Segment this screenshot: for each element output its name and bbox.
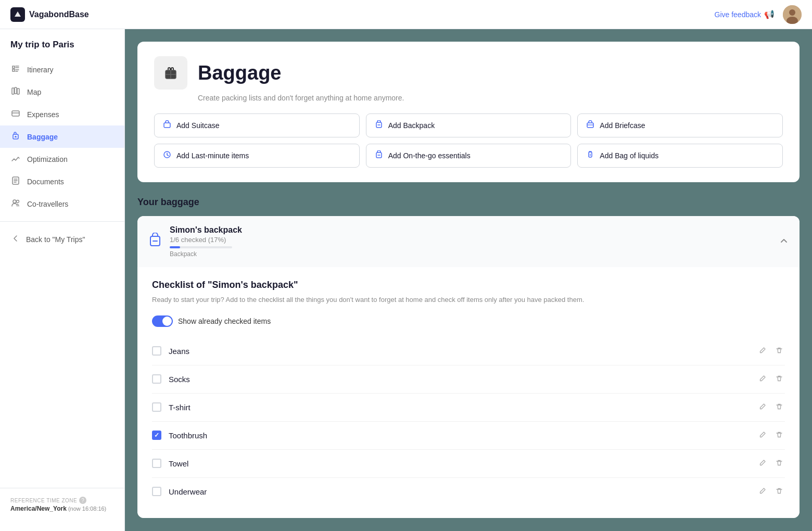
sidebar-baggage-label: Baggage — [27, 133, 58, 141]
topnav-right: Give feedback 📢 — [715, 5, 802, 24]
tz-value: America/New_York (now 16:08:16) — [10, 505, 114, 512]
delete-towel-button[interactable] — [773, 457, 785, 470]
checklist-title: Checklist of "Simon's backpack" — [152, 280, 785, 290]
sidebar: My trip to Paris Itinerary Map — [0, 29, 125, 531]
add-on-the-go-button[interactable]: Add On-the-go essentials — [366, 144, 572, 168]
checklist-item: Toothbrush — [152, 422, 785, 450]
delete-underwear-button[interactable] — [773, 485, 785, 498]
delete-socks-button[interactable] — [773, 373, 785, 386]
sidebar-nav: Itinerary Map Expenses Bag — [0, 58, 124, 488]
liquids-btn-icon — [586, 150, 594, 161]
trash-icon — [776, 375, 783, 382]
checkbox-jeans[interactable] — [152, 346, 161, 356]
edit-socks-button[interactable] — [757, 373, 768, 386]
give-feedback-button[interactable]: Give feedback 📢 — [715, 9, 775, 19]
checkbox-toothbrush[interactable] — [152, 431, 161, 440]
expenses-icon — [10, 109, 21, 120]
delete-toothbrush-button[interactable] — [773, 429, 785, 442]
sidebar-map-label: Map — [27, 88, 41, 96]
show-checked-toggle[interactable] — [152, 315, 173, 327]
trash-icon — [776, 431, 783, 438]
suitcase-icon — [161, 64, 180, 82]
add-bag-of-liquids-button[interactable]: Add Bag of liquids — [577, 144, 783, 168]
svg-point-10 — [17, 200, 19, 203]
add-bag-buttons: Add Suitcase Add Backpack Add Briefcase — [154, 113, 783, 168]
briefcase-btn-icon — [586, 120, 594, 131]
map-icon — [10, 86, 21, 97]
item-actions — [757, 373, 785, 386]
sidebar-expenses-label: Expenses — [27, 110, 59, 119]
suitcase-btn-icon — [163, 120, 171, 131]
backpack-info: Simon's backpack 1/6 checked (17%) Backp… — [170, 225, 779, 258]
sidebar-item-baggage[interactable]: Baggage — [0, 125, 124, 148]
add-suitcase-button[interactable]: Add Suitcase — [154, 113, 360, 137]
edit-icon — [759, 431, 766, 438]
backpack-card: Simon's backpack 1/6 checked (17%) Backp… — [137, 216, 800, 518]
add-briefcase-button[interactable]: Add Briefcase — [577, 113, 783, 137]
item-label-jeans: Jeans — [169, 347, 757, 356]
checklist-description: Ready to start your trip? Add to the che… — [152, 295, 785, 305]
tz-label: REFERENCE TIME ZONE ? — [10, 497, 114, 504]
chevron-up-icon — [779, 235, 789, 248]
checkbox-tshirt[interactable] — [152, 402, 161, 412]
add-suitcase-label: Add Suitcase — [176, 121, 220, 130]
checklist-item: Underwear — [152, 478, 785, 505]
edit-toothbrush-button[interactable] — [757, 429, 768, 442]
item-label-underwear: Underwear — [169, 487, 757, 496]
backpack-progress-text: 1/6 checked (17%) — [170, 236, 779, 244]
checkbox-socks[interactable] — [152, 374, 161, 384]
back-label: Back to "My Trips" — [26, 235, 85, 244]
svg-rect-3 — [12, 88, 14, 94]
megaphone-icon: 📢 — [764, 9, 775, 19]
sidebar-back-button[interactable]: Back to "My Trips" — [0, 228, 124, 250]
tz-value-text: America/New_York — [10, 505, 67, 512]
feedback-label: Give feedback — [715, 10, 762, 19]
logo-svg — [14, 10, 22, 19]
delete-jeans-button[interactable] — [773, 345, 785, 358]
backpack-progress-bar — [170, 246, 232, 248]
sidebar-divider — [0, 221, 124, 222]
edit-icon — [759, 403, 766, 410]
baggage-title-row: Baggage — [154, 56, 783, 90]
your-baggage-title: Your baggage — [137, 197, 800, 208]
tz-time-text: (now 16:08:16) — [68, 505, 106, 512]
optimization-icon — [10, 154, 21, 165]
baggage-title: Baggage — [198, 62, 281, 84]
checkbox-towel[interactable] — [152, 459, 161, 468]
checklist-item: Socks — [152, 365, 785, 394]
sidebar-item-documents[interactable]: Documents — [0, 170, 124, 193]
checklist-item: Jeans — [152, 337, 785, 365]
edit-icon — [759, 459, 766, 466]
sidebar-item-expenses[interactable]: Expenses — [0, 103, 124, 125]
add-backpack-button[interactable]: Add Backpack — [366, 113, 572, 137]
trash-icon — [776, 459, 783, 466]
trip-title: My trip to Paris — [0, 40, 124, 58]
backpack-header[interactable]: Simon's backpack 1/6 checked (17%) Backp… — [137, 216, 800, 267]
delete-tshirt-button[interactable] — [773, 401, 785, 414]
avatar[interactable] — [783, 5, 802, 24]
item-label-tshirt: T-shirt — [169, 403, 757, 412]
edit-tshirt-button[interactable] — [757, 401, 768, 414]
sidebar-item-optimization[interactable]: Optimization — [0, 148, 124, 170]
checkbox-underwear[interactable] — [152, 487, 161, 496]
app-logo[interactable]: VagabondBase — [10, 7, 89, 22]
add-last-minute-button[interactable]: Add Last-minute items — [154, 144, 360, 168]
edit-icon — [759, 375, 766, 382]
item-actions — [757, 485, 785, 498]
item-label-towel: Towel — [169, 459, 757, 468]
checklist-items: JeansSocksT-shirtToothbrushTowelUnderwea… — [152, 337, 785, 505]
add-bag-of-liquids-label: Add Bag of liquids — [600, 151, 658, 160]
sidebar-item-itinerary[interactable]: Itinerary — [0, 58, 124, 81]
edit-jeans-button[interactable] — [757, 345, 768, 358]
sidebar-item-map[interactable]: Map — [0, 81, 124, 103]
trash-icon — [776, 403, 783, 410]
svg-rect-15 — [164, 123, 170, 128]
edit-underwear-button[interactable] — [757, 485, 768, 498]
item-label-socks: Socks — [169, 375, 757, 384]
svg-point-9 — [13, 200, 16, 203]
sidebar-item-co-travellers[interactable]: Co-travellers — [0, 193, 124, 215]
app-name: VagabondBase — [29, 10, 89, 19]
top-navigation: VagabondBase Give feedback 📢 — [0, 0, 812, 29]
edit-towel-button[interactable] — [757, 457, 768, 470]
item-actions — [757, 401, 785, 414]
